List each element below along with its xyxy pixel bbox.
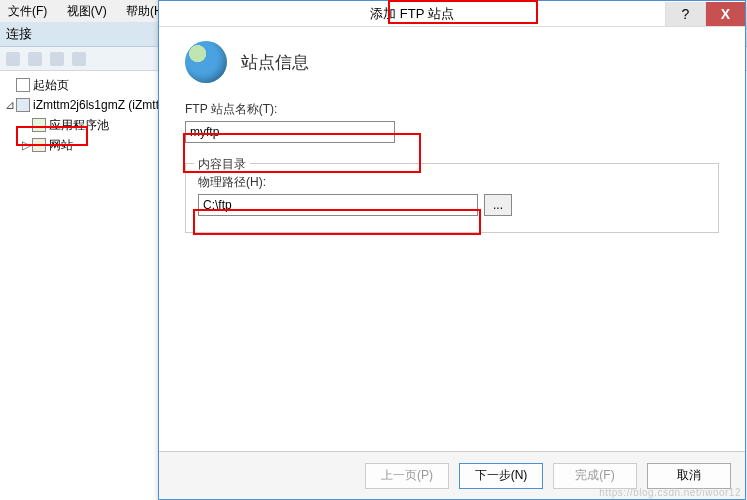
add-ftp-site-dialog: 添加 FTP 站点 ? X 站点信息 FTP 站点名称(T): 内容目录 物理路…: [158, 0, 746, 500]
apppool-icon: [32, 118, 46, 132]
path-label: 物理路径(H):: [198, 174, 706, 191]
finish-button: 完成(F): [553, 463, 637, 489]
menu-view[interactable]: 视图(V): [67, 4, 107, 18]
close-button[interactable]: X: [705, 2, 745, 26]
tree-label: 网站: [49, 135, 73, 155]
group-title: 内容目录: [194, 156, 250, 173]
menu-file[interactable]: 文件(F): [8, 4, 47, 18]
dialog-titlebar[interactable]: 添加 FTP 站点 ? X: [159, 1, 745, 27]
tree-label: iZmttm2j6ls1gmZ (iZmttm2: [33, 95, 176, 115]
home-icon: [16, 78, 30, 92]
globe-icon: [185, 41, 227, 83]
sites-icon: [32, 138, 46, 152]
next-button[interactable]: 下一步(N): [459, 463, 543, 489]
watermark: https://blog.csdn.net/iwoor12: [599, 487, 741, 498]
browse-button[interactable]: ...: [484, 194, 512, 216]
site-name-label: FTP 站点名称(T):: [185, 101, 719, 118]
dialog-title: 添加 FTP 站点: [159, 5, 665, 23]
prev-button: 上一页(P): [365, 463, 449, 489]
server-icon: [16, 98, 30, 112]
cancel-button[interactable]: 取消: [647, 463, 731, 489]
tree-label: 起始页: [33, 75, 69, 95]
dialog-header: 站点信息: [241, 51, 309, 74]
site-name-input[interactable]: [185, 121, 395, 143]
tree-label: 应用程序池: [49, 115, 109, 135]
physical-path-input[interactable]: [198, 194, 478, 216]
content-directory-group: 内容目录 物理路径(H): ...: [185, 163, 719, 233]
help-button[interactable]: ?: [665, 2, 705, 26]
